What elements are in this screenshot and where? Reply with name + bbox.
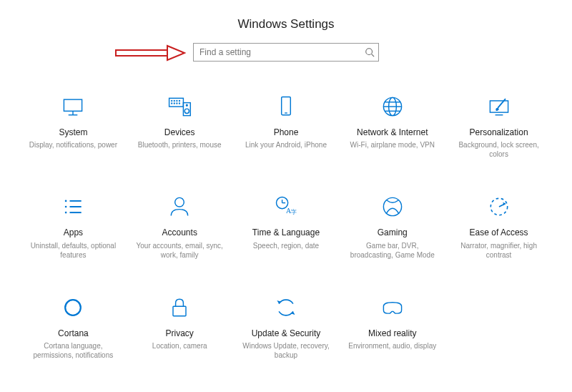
tile-sub: Background, lock screen, colors <box>453 140 546 159</box>
search-icon <box>365 47 375 57</box>
svg-point-9 <box>174 100 175 101</box>
tile-sub: Your accounts, email, sync, work, family <box>133 241 226 260</box>
tile-title: Accounts <box>162 227 197 237</box>
svg-point-8 <box>172 100 172 101</box>
sync-arrows-icon <box>272 294 300 321</box>
headset-icon <box>379 294 406 321</box>
tile-title: System <box>59 127 87 137</box>
tile-sub: Uninstall, defaults, optional features <box>26 241 119 260</box>
tile-sub: Speech, region, date <box>253 241 319 250</box>
svg-rect-4 <box>64 99 82 111</box>
svg-point-14 <box>177 103 177 104</box>
svg-point-34 <box>175 198 184 207</box>
tile-sub: Location, camera <box>152 341 207 351</box>
tile-devices[interactable]: Devices Bluetooth, printers, mouse <box>127 90 233 162</box>
tile-apps[interactable]: Apps Uninstall, defaults, optional featu… <box>20 190 127 262</box>
tile-title: Privacy <box>166 328 194 338</box>
display-icon <box>59 93 87 120</box>
svg-point-13 <box>174 103 175 104</box>
search-box[interactable] <box>193 43 379 62</box>
svg-rect-0 <box>116 50 167 56</box>
tile-network[interactable]: Network & Internet Wi-Fi, airplane mode,… <box>339 90 445 162</box>
svg-marker-1 <box>167 46 184 60</box>
tile-cortana[interactable]: Cortana Cortana language, permissions, n… <box>20 291 127 363</box>
dashed-clock-arrow-icon <box>485 193 513 220</box>
tile-ease[interactable]: Ease of Access Narrator, magnifier, high… <box>445 190 552 262</box>
search-input[interactable] <box>193 43 379 62</box>
tile-gaming[interactable]: Gaming Game bar, DVR, broadcasting, Game… <box>339 190 445 262</box>
page-title: Windows Settings <box>0 0 572 43</box>
tile-sub: Cortana language, permissions, notificat… <box>26 341 119 360</box>
svg-point-15 <box>179 103 180 104</box>
tile-time[interactable]: A字 Time & Language Speech, region, date <box>233 190 340 262</box>
tile-mixed[interactable]: Mixed reality Environment, audio, displa… <box>339 291 445 363</box>
tile-title: Personalization <box>470 127 528 137</box>
xbox-icon <box>379 193 406 220</box>
tile-title: Mixed reality <box>368 328 416 338</box>
svg-point-18 <box>187 104 188 106</box>
tile-title: Cortana <box>58 328 89 338</box>
tile-title: Ease of Access <box>470 227 528 237</box>
svg-rect-19 <box>282 97 291 115</box>
list-icon <box>59 193 87 220</box>
svg-point-2 <box>366 49 373 55</box>
tile-update[interactable]: Update & Security Windows Update, recove… <box>233 291 340 363</box>
svg-point-10 <box>177 100 177 101</box>
tile-personalization[interactable]: Personalization Background, lock screen,… <box>445 90 552 162</box>
tile-title: Time & Language <box>252 227 320 237</box>
tile-title: Devices <box>164 127 195 137</box>
svg-rect-7 <box>169 98 184 107</box>
tile-sub: Display, notifications, power <box>29 140 117 150</box>
cortana-circle-icon <box>59 294 87 321</box>
svg-text:字: 字 <box>291 209 297 215</box>
tile-phone[interactable]: Phone Link your Android, iPhone <box>233 90 340 162</box>
tile-system[interactable]: System Display, notifications, power <box>20 90 127 162</box>
tile-title: Apps <box>64 227 83 237</box>
settings-grid: System Display, notifications, power Dev… <box>0 90 572 363</box>
person-icon <box>166 193 193 220</box>
tile-sub: Bluetooth, printers, mouse <box>138 140 222 150</box>
phone-icon <box>272 93 300 120</box>
svg-point-17 <box>184 109 189 113</box>
tile-title: Phone <box>274 127 299 137</box>
clock-language-icon: A字 <box>272 193 300 220</box>
paintbrush-monitor-icon <box>485 93 513 120</box>
tile-sub: Environment, audio, display <box>348 341 436 351</box>
tile-sub: Windows Update, recovery, backup <box>240 341 332 360</box>
svg-point-43 <box>66 300 82 315</box>
tile-sub: Narrator, magnifier, high contrast <box>453 241 546 260</box>
search-wrap <box>0 43 572 62</box>
tile-accounts[interactable]: Accounts Your accounts, email, sync, wor… <box>127 190 233 262</box>
svg-point-12 <box>172 103 172 104</box>
lock-icon <box>166 294 193 321</box>
tile-sub: Game bar, DVR, broadcasting, Game Mode <box>346 241 439 260</box>
svg-line-3 <box>372 54 375 57</box>
tile-title: Gaming <box>378 227 408 237</box>
keyboard-speaker-icon <box>166 93 193 120</box>
annotation-arrow <box>114 43 186 62</box>
tile-privacy[interactable]: Privacy Location, camera <box>127 291 233 363</box>
tile-title: Update & Security <box>252 328 321 338</box>
tile-sub: Wi-Fi, airplane mode, VPN <box>350 140 435 150</box>
tile-sub: Link your Android, iPhone <box>245 140 327 150</box>
svg-rect-44 <box>173 306 186 316</box>
tile-title: Network & Internet <box>357 127 428 137</box>
svg-point-11 <box>179 100 180 101</box>
globe-icon <box>379 93 406 120</box>
